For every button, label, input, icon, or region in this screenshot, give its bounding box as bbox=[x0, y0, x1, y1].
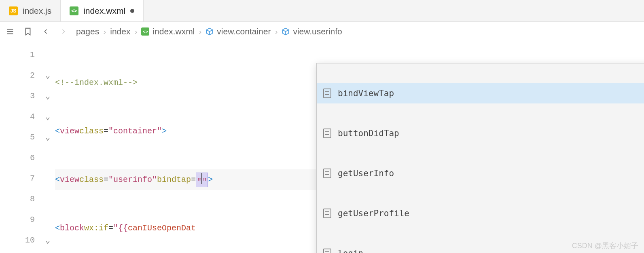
suggestion-kind-icon bbox=[323, 89, 331, 98]
tab-bar: JS index.js <> index.wxml bbox=[0, 0, 644, 22]
line-number: 8 bbox=[0, 189, 40, 209]
line-number: 1 bbox=[0, 44, 40, 65]
fold-gutter: ⌄ ⌄ ⌄ ⌄ ⌄ bbox=[40, 41, 55, 253]
bookmark-icon[interactable] bbox=[23, 26, 33, 37]
fold-toggle-icon[interactable]: ⌄ bbox=[40, 127, 55, 148]
fold-toggle-icon[interactable]: ⌄ bbox=[40, 65, 55, 86]
code-editor[interactable]: 1 2 3 4 5 6 7 8 9 10 ⌄ ⌄ ⌄ ⌄ ⌄ <!--index… bbox=[0, 41, 644, 253]
crumb-pages[interactable]: pages bbox=[76, 27, 99, 36]
fold-toggle-icon[interactable]: ⌄ bbox=[40, 86, 55, 106]
line-number-gutter: 1 2 3 4 5 6 7 8 9 10 bbox=[0, 41, 40, 253]
line-number: 6 bbox=[0, 148, 40, 168]
autocomplete-label: login bbox=[338, 249, 363, 253]
line-number: 7 bbox=[0, 168, 40, 189]
tab-index-js[interactable]: JS index.js bbox=[0, 0, 61, 21]
chevron-right-icon: › bbox=[275, 27, 278, 36]
chevron-right-icon: › bbox=[103, 27, 106, 36]
chevron-right-icon: › bbox=[199, 27, 201, 36]
code-area[interactable]: <!--index.wxml--> <view class="container… bbox=[55, 41, 644, 253]
tab-index-wxml[interactable]: <> index.wxml bbox=[61, 0, 144, 21]
element-icon bbox=[282, 27, 290, 36]
crumb-userinfo[interactable]: view.userinfo bbox=[282, 27, 342, 36]
suggestion-kind-icon bbox=[323, 249, 331, 253]
line-number: 10 bbox=[0, 230, 40, 251]
nav-forward-icon[interactable] bbox=[58, 26, 69, 37]
autocomplete-label: bindViewTap bbox=[338, 89, 394, 98]
autocomplete-label: getUserProfile bbox=[338, 209, 409, 218]
fold-toggle-icon[interactable]: ⌄ bbox=[40, 230, 55, 251]
crumb-index[interactable]: index bbox=[110, 27, 130, 36]
line-number: 2 bbox=[0, 65, 40, 86]
line-number: 3 bbox=[0, 86, 40, 106]
autocomplete-item[interactable]: buttonDidTap bbox=[317, 123, 644, 143]
autocomplete-item[interactable]: getUserProfile bbox=[317, 203, 644, 223]
tab-label: index.wxml bbox=[83, 6, 125, 16]
autocomplete-label: getUserInfo bbox=[338, 169, 394, 178]
tab-label: index.js bbox=[23, 6, 51, 16]
crumb-container[interactable]: view.container bbox=[205, 27, 271, 36]
element-icon bbox=[205, 27, 214, 36]
line-number: 9 bbox=[0, 209, 40, 230]
js-file-icon: JS bbox=[9, 6, 18, 15]
outline-icon[interactable] bbox=[5, 26, 15, 37]
line-number: 5 bbox=[0, 127, 40, 148]
autocomplete-popup: bindViewTap buttonDidTap getUserInfo get… bbox=[316, 63, 644, 253]
line-number: 4 bbox=[0, 106, 40, 127]
wxml-file-icon: <> bbox=[141, 27, 149, 36]
suggestion-kind-icon bbox=[323, 169, 331, 178]
dirty-indicator-icon bbox=[130, 9, 134, 13]
fold-toggle-icon[interactable]: ⌄ bbox=[40, 106, 55, 127]
autocomplete-label: buttonDidTap bbox=[338, 129, 399, 138]
nav-back-icon[interactable] bbox=[40, 26, 51, 37]
suggestion-kind-icon bbox=[323, 129, 331, 138]
editor-toolbar: pages › index › <> index.wxml › view.con… bbox=[0, 22, 644, 41]
chevron-right-icon: › bbox=[134, 27, 137, 36]
crumb-file[interactable]: <> index.wxml bbox=[141, 27, 195, 36]
breadcrumb: pages › index › <> index.wxml › view.con… bbox=[76, 27, 342, 36]
wxml-file-icon: <> bbox=[70, 6, 78, 15]
watermark-text: CSDN @黑客小媚子 bbox=[572, 241, 638, 251]
suggestion-kind-icon bbox=[323, 209, 331, 218]
autocomplete-item[interactable]: bindViewTap bbox=[317, 83, 644, 103]
autocomplete-item[interactable]: getUserInfo bbox=[317, 163, 644, 183]
text-cursor bbox=[201, 173, 202, 184]
